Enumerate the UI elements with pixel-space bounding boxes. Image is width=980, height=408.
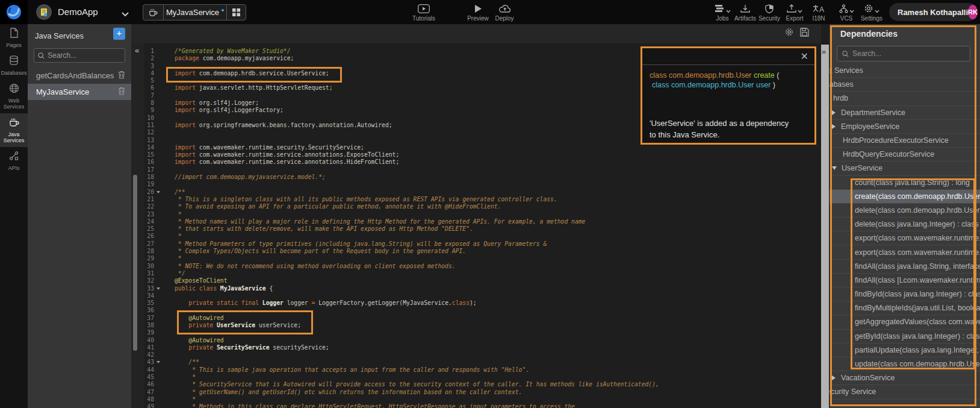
services-list: getCardsAndBalancesMyJavaService — [28, 67, 131, 100]
trash-icon[interactable] — [118, 87, 131, 97]
app-switcher-chevron-down-icon[interactable] — [122, 8, 129, 19]
trash-icon[interactable] — [118, 71, 131, 81]
gutter — [154, 307, 161, 314]
sidebar-item-web-services[interactable]: Web Services — [0, 80, 28, 113]
gutter — [154, 344, 161, 351]
gutter — [154, 225, 161, 233]
topbar-action-security[interactable]: Security — [756, 3, 783, 22]
panel-title: Java Services — [35, 31, 84, 40]
gutter — [154, 158, 161, 166]
dependency-node-findall[interactable]: findAll(class java.lang.String, interfac… — [830, 260, 980, 274]
gutter — [154, 203, 161, 210]
dependencies-tree: Java ServicesDatabaseshrdbDepartmentServ… — [830, 64, 980, 400]
dependency-node-delete[interactable]: delete(class com.demoapp.hrdb.User) : vo… — [830, 204, 980, 218]
code-line-44: 44 * This is sample java operation that … — [144, 366, 821, 374]
topbar-action-settings[interactable]: Settings — [858, 3, 885, 22]
expand-panel-icon[interactable]: » — [822, 47, 826, 56]
chevron-right-icon[interactable] — [832, 375, 836, 380]
gutter — [154, 248, 161, 255]
line-number: 10 — [144, 115, 154, 122]
line-number: 44 — [144, 366, 154, 374]
editor-scrollbar[interactable] — [133, 175, 137, 351]
editor-settings-gear-icon[interactable] — [784, 27, 794, 39]
services-search[interactable] — [34, 48, 125, 63]
dependency-node-hrdbprocedureexecutorservice[interactable]: HrdbProcedureExecutorService — [830, 134, 980, 148]
line-number: 13 — [144, 137, 154, 144]
dependency-node-partialupdate[interactable]: partialUpdate(class java.lang.Integer, j… — [830, 344, 980, 357]
code-line-36: 36 — [144, 307, 821, 314]
dependency-node-update[interactable]: update(class com.demoapp.hrdb.User) : cl… — [830, 357, 980, 371]
dependency-node-hrdb[interactable]: hrdb — [830, 92, 980, 105]
popup-message-line2: to this Java Service. — [650, 129, 789, 140]
grid-view-icon[interactable] — [226, 5, 246, 20]
sidebar-item-apis[interactable]: APIs — [0, 147, 28, 175]
gutter — [154, 270, 161, 277]
dependency-node-security-service[interactable]: Security Service — [830, 385, 980, 399]
line-number: 8 — [144, 99, 154, 107]
dependency-node-getbyid[interactable]: getById(class java.lang.Integer) : class… — [830, 330, 980, 344]
gutter — [154, 374, 161, 381]
service-list-item[interactable]: MyJavaService — [28, 84, 131, 100]
save-file-icon[interactable] — [800, 28, 809, 39]
topbar-action-vcs[interactable]: VCS — [833, 3, 860, 22]
fold-icon[interactable] — [154, 189, 161, 196]
topbar-action-i18n[interactable]: AI18N — [805, 3, 832, 22]
line-number: 17 — [144, 166, 154, 174]
line-number: 39 — [144, 329, 154, 336]
line-number: 21 — [144, 196, 154, 203]
dependencies-search[interactable] — [837, 46, 970, 61]
fold-icon[interactable] — [154, 285, 161, 292]
dependency-node-findbymultipleids[interactable]: findByMultipleIds(java.util.List, boolea… — [830, 301, 980, 315]
line-number: 28 — [144, 248, 154, 255]
user-menu[interactable]: Ramesh Kothapalli RK — [889, 3, 978, 21]
left-nav-rail: PagesDatabasesWeb ServicesJava ServicesA… — [0, 24, 28, 408]
line-number: 46 — [144, 381, 154, 388]
gutter — [154, 48, 161, 55]
editor-toolbar — [131, 24, 821, 43]
dependency-node-getaggregatedvalues[interactable]: getAggregatedValues(class com.wavemak — [830, 315, 980, 329]
gutter — [154, 403, 161, 408]
dependencies-scrollbar[interactable] — [821, 45, 829, 408]
gutter — [154, 174, 161, 181]
dependency-node-create[interactable]: create(class com.demoapp.hrdb.User) : cl… — [830, 190, 980, 204]
topbar-action-export[interactable]: Export — [781, 3, 808, 22]
dependency-node-employeeservice[interactable]: EmployeeService — [830, 120, 980, 134]
dependency-node-export[interactable]: export(class com.wavemaker.runtime.data — [830, 245, 980, 259]
open-file-tab[interactable]: MyJavaService — [143, 4, 246, 20]
popup-header: ✕ — [642, 48, 814, 65]
dependency-node-delete[interactable]: delete(class java.lang.Integer) : class … — [830, 218, 980, 231]
project-icon[interactable] — [36, 4, 52, 20]
dependency-node-export[interactable]: export(class com.wavemaker.runtime.data — [830, 231, 980, 245]
sidebar-item-pages[interactable]: Pages — [0, 24, 28, 52]
collapse-panel-icon[interactable]: « — [135, 46, 139, 55]
gutter — [154, 329, 161, 336]
chevron-right-icon[interactable] — [832, 124, 836, 129]
dependency-node-userservice[interactable]: UserService — [830, 162, 980, 175]
dependency-node-findall[interactable]: findAll(class [Lcom.wavemaker.runtime.da — [830, 274, 980, 287]
services-search-input[interactable] — [48, 51, 114, 60]
code-line-45: 45 * — [144, 374, 821, 381]
dependency-node-databases[interactable]: Databases — [830, 78, 980, 92]
topbar-action-tutorials[interactable]: Tutorials — [405, 3, 443, 22]
wavemaker-logo[interactable] — [0, 0, 28, 24]
dependency-node-departmentservice[interactable]: DepartmentService — [830, 106, 980, 120]
dependency-node-vacationservice[interactable]: VacationService — [830, 371, 980, 385]
chevron-right-icon[interactable] — [832, 110, 836, 115]
dependency-node-java-services[interactable]: Java Services — [830, 64, 980, 78]
close-icon[interactable]: ✕ — [801, 51, 808, 62]
service-list-item[interactable]: getCardsAndBalances — [28, 67, 131, 84]
line-number: 42 — [144, 351, 154, 359]
dependency-node-count[interactable]: count(class java.lang.String) : long — [830, 176, 980, 190]
add-service-button[interactable]: + — [113, 28, 125, 40]
fold-icon[interactable] — [154, 359, 161, 366]
chevron-down-icon[interactable] — [832, 166, 837, 170]
dependency-node-findbyid[interactable]: findById(class java.lang.Integer) : clas… — [830, 287, 980, 301]
topbar-action-deploy[interactable]: Deploy — [485, 3, 524, 22]
topbar-action-artifacts[interactable]: Artifacts — [732, 3, 758, 22]
code-line-18: 18//import com.demoapp.myjavaservice.mod… — [144, 174, 821, 181]
dependency-node-hrdbqueryexecutorservice[interactable]: HrdbQueryExecutorService — [830, 148, 980, 162]
artifacts-icon — [740, 3, 750, 14]
sidebar-item-java-services[interactable]: Java Services — [0, 113, 28, 147]
dependencies-search-input[interactable] — [852, 49, 955, 58]
sidebar-item-databases[interactable]: Databases — [0, 52, 28, 80]
